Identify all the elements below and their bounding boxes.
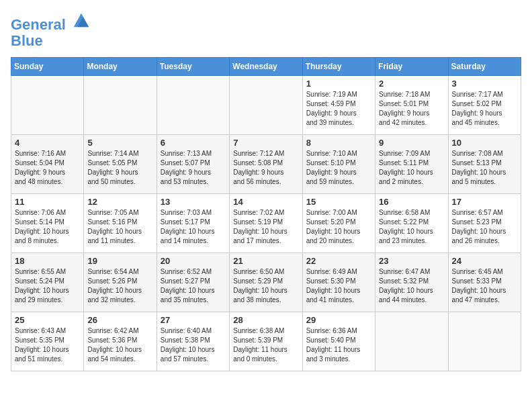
day-number: 20 (161, 256, 226, 266)
day-info: Sunrise: 6:55 AM Sunset: 5:24 PM Dayligh… (15, 267, 80, 305)
day-info: Sunrise: 7:05 AM Sunset: 5:16 PM Dayligh… (87, 208, 152, 246)
calendar-cell: 2Sunrise: 7:18 AM Sunset: 5:01 PM Daylig… (375, 76, 448, 135)
day-info: Sunrise: 7:16 AM Sunset: 5:04 PM Dayligh… (15, 149, 80, 187)
day-number: 4 (15, 138, 80, 148)
day-number: 23 (379, 256, 444, 266)
day-number: 13 (161, 197, 226, 207)
column-header-wednesday: Wednesday (230, 58, 302, 76)
day-info: Sunrise: 6:36 AM Sunset: 5:40 PM Dayligh… (306, 326, 371, 364)
calendar-cell: 17Sunrise: 6:57 AM Sunset: 5:23 PM Dayli… (448, 194, 521, 253)
calendar-cell: 6Sunrise: 7:13 AM Sunset: 5:07 PM Daylig… (157, 135, 229, 194)
day-info: Sunrise: 7:14 AM Sunset: 5:05 PM Dayligh… (87, 149, 152, 187)
calendar-cell: 23Sunrise: 6:47 AM Sunset: 5:32 PM Dayli… (375, 253, 448, 312)
day-number: 15 (306, 197, 371, 207)
column-header-sunday: Sunday (11, 58, 84, 76)
day-info: Sunrise: 6:52 AM Sunset: 5:27 PM Dayligh… (161, 267, 226, 305)
column-header-saturday: Saturday (448, 58, 521, 76)
day-info: Sunrise: 6:47 AM Sunset: 5:32 PM Dayligh… (379, 267, 444, 305)
logo-icon (71, 11, 90, 30)
calendar-cell (230, 76, 302, 135)
day-info: Sunrise: 6:45 AM Sunset: 5:33 PM Dayligh… (452, 267, 517, 305)
calendar-cell: 19Sunrise: 6:54 AM Sunset: 5:26 PM Dayli… (84, 253, 157, 312)
day-number: 29 (306, 315, 371, 325)
day-info: Sunrise: 7:02 AM Sunset: 5:19 PM Dayligh… (233, 208, 298, 246)
calendar-week-row: 25Sunrise: 6:43 AM Sunset: 5:35 PM Dayli… (11, 312, 521, 371)
day-info: Sunrise: 6:57 AM Sunset: 5:23 PM Dayligh… (452, 208, 517, 246)
day-info: Sunrise: 7:09 AM Sunset: 5:11 PM Dayligh… (379, 149, 444, 187)
day-number: 8 (306, 138, 371, 148)
day-info: Sunrise: 7:10 AM Sunset: 5:10 PM Dayligh… (306, 149, 371, 187)
calendar-cell: 20Sunrise: 6:52 AM Sunset: 5:27 PM Dayli… (157, 253, 229, 312)
calendar-cell: 24Sunrise: 6:45 AM Sunset: 5:33 PM Dayli… (448, 253, 521, 312)
calendar-cell: 1Sunrise: 7:19 AM Sunset: 4:59 PM Daylig… (302, 76, 375, 135)
calendar-cell: 26Sunrise: 6:42 AM Sunset: 5:36 PM Dayli… (84, 312, 157, 371)
calendar-cell: 4Sunrise: 7:16 AM Sunset: 5:04 PM Daylig… (11, 135, 84, 194)
calendar-cell: 28Sunrise: 6:38 AM Sunset: 5:39 PM Dayli… (230, 312, 302, 371)
calendar-cell (375, 312, 448, 371)
calendar-cell: 29Sunrise: 6:36 AM Sunset: 5:40 PM Dayli… (302, 312, 375, 371)
day-number: 24 (452, 256, 517, 266)
day-number: 18 (15, 256, 80, 266)
calendar-cell (448, 312, 521, 371)
calendar-cell: 22Sunrise: 6:49 AM Sunset: 5:30 PM Dayli… (302, 253, 375, 312)
day-info: Sunrise: 7:00 AM Sunset: 5:20 PM Dayligh… (306, 208, 371, 246)
calendar-cell: 12Sunrise: 7:05 AM Sunset: 5:16 PM Dayli… (84, 194, 157, 253)
calendar-week-row: 11Sunrise: 7:06 AM Sunset: 5:14 PM Dayli… (11, 194, 521, 253)
day-info: Sunrise: 6:43 AM Sunset: 5:35 PM Dayligh… (15, 326, 80, 364)
day-number: 5 (87, 138, 152, 148)
page-header: General Blue (11, 11, 521, 49)
calendar-cell: 10Sunrise: 7:08 AM Sunset: 5:13 PM Dayli… (448, 135, 521, 194)
day-number: 25 (15, 315, 80, 325)
column-header-thursday: Thursday (302, 58, 375, 76)
day-number: 12 (87, 197, 152, 207)
logo-blue: Blue (11, 33, 90, 49)
column-header-monday: Monday (84, 58, 157, 76)
day-info: Sunrise: 7:12 AM Sunset: 5:08 PM Dayligh… (233, 149, 298, 187)
day-info: Sunrise: 7:03 AM Sunset: 5:17 PM Dayligh… (161, 208, 226, 246)
calendar-cell: 8Sunrise: 7:10 AM Sunset: 5:10 PM Daylig… (302, 135, 375, 194)
calendar-cell (84, 76, 157, 135)
day-info: Sunrise: 6:50 AM Sunset: 5:29 PM Dayligh… (233, 267, 298, 305)
day-info: Sunrise: 6:54 AM Sunset: 5:26 PM Dayligh… (87, 267, 152, 305)
day-number: 10 (452, 138, 517, 148)
column-header-tuesday: Tuesday (157, 58, 229, 76)
day-number: 14 (233, 197, 298, 207)
day-info: Sunrise: 7:18 AM Sunset: 5:01 PM Dayligh… (379, 90, 444, 128)
calendar-table: SundayMondayTuesdayWednesdayThursdayFrid… (11, 57, 521, 371)
calendar-cell: 21Sunrise: 6:50 AM Sunset: 5:29 PM Dayli… (230, 253, 302, 312)
column-header-friday: Friday (375, 58, 448, 76)
day-number: 7 (233, 138, 298, 148)
calendar-week-row: 4Sunrise: 7:16 AM Sunset: 5:04 PM Daylig… (11, 135, 521, 194)
calendar-cell (157, 76, 229, 135)
day-number: 1 (306, 79, 371, 89)
day-info: Sunrise: 6:40 AM Sunset: 5:38 PM Dayligh… (161, 326, 226, 364)
day-number: 3 (452, 79, 517, 89)
day-number: 21 (233, 256, 298, 266)
day-info: Sunrise: 7:06 AM Sunset: 5:14 PM Dayligh… (15, 208, 80, 246)
calendar-cell: 16Sunrise: 6:58 AM Sunset: 5:22 PM Dayli… (375, 194, 448, 253)
day-info: Sunrise: 6:42 AM Sunset: 5:36 PM Dayligh… (87, 326, 152, 364)
calendar-cell: 25Sunrise: 6:43 AM Sunset: 5:35 PM Dayli… (11, 312, 84, 371)
day-number: 28 (233, 315, 298, 325)
day-number: 22 (306, 256, 371, 266)
day-info: Sunrise: 7:17 AM Sunset: 5:02 PM Dayligh… (452, 90, 517, 128)
calendar-cell: 5Sunrise: 7:14 AM Sunset: 5:05 PM Daylig… (84, 135, 157, 194)
calendar-cell: 13Sunrise: 7:03 AM Sunset: 5:17 PM Dayli… (157, 194, 229, 253)
calendar-week-row: 18Sunrise: 6:55 AM Sunset: 5:24 PM Dayli… (11, 253, 521, 312)
calendar-week-row: 1Sunrise: 7:19 AM Sunset: 4:59 PM Daylig… (11, 76, 521, 135)
day-number: 11 (15, 197, 80, 207)
calendar-cell: 7Sunrise: 7:12 AM Sunset: 5:08 PM Daylig… (230, 135, 302, 194)
calendar-cell: 3Sunrise: 7:17 AM Sunset: 5:02 PM Daylig… (448, 76, 521, 135)
day-number: 9 (379, 138, 444, 148)
calendar-cell (11, 76, 84, 135)
day-number: 2 (379, 79, 444, 89)
day-info: Sunrise: 7:08 AM Sunset: 5:13 PM Dayligh… (452, 149, 517, 187)
logo: General Blue (11, 11, 90, 49)
day-number: 19 (87, 256, 152, 266)
calendar-cell: 14Sunrise: 7:02 AM Sunset: 5:19 PM Dayli… (230, 194, 302, 253)
calendar-cell: 18Sunrise: 6:55 AM Sunset: 5:24 PM Dayli… (11, 253, 84, 312)
calendar-cell: 9Sunrise: 7:09 AM Sunset: 5:11 PM Daylig… (375, 135, 448, 194)
calendar-cell: 27Sunrise: 6:40 AM Sunset: 5:38 PM Dayli… (157, 312, 229, 371)
calendar-cell: 15Sunrise: 7:00 AM Sunset: 5:20 PM Dayli… (302, 194, 375, 253)
day-number: 27 (161, 315, 226, 325)
